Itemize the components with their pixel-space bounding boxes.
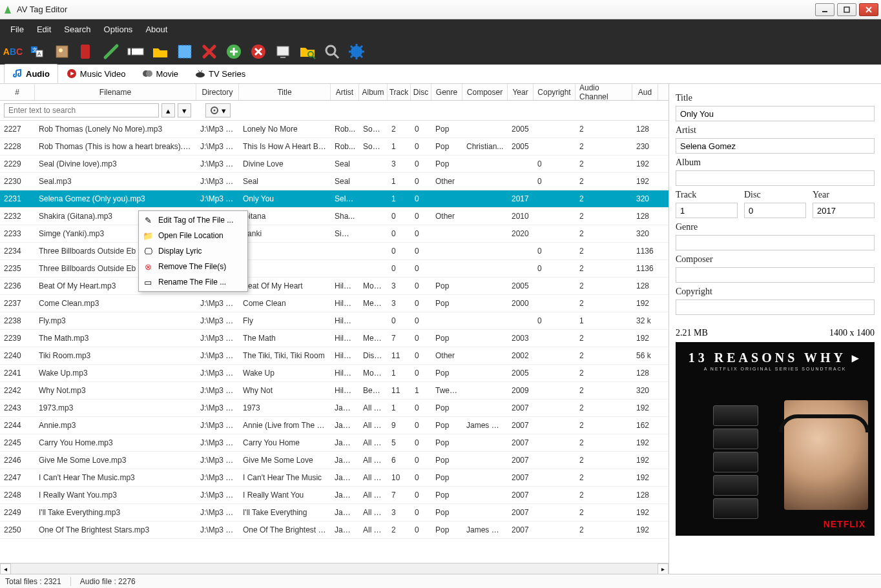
- table-row[interactable]: 2229Seal (Divine love).mp3J:\Mp3 M...Div…: [0, 156, 669, 173]
- table-row[interactable]: 2240Tiki Room.mp3J:\Mp3 M...The Tiki, Ti…: [0, 347, 669, 365]
- field-track[interactable]: [676, 203, 738, 218]
- field-artist[interactable]: [676, 138, 875, 154]
- ctx-edit-tag[interactable]: ✎Edit Tag of The File ...: [139, 212, 247, 228]
- ctx-rename-file[interactable]: ▭Rename The File ...: [139, 274, 247, 290]
- col-title[interactable]: Title: [239, 84, 331, 100]
- filter-up-button[interactable]: ▴: [161, 103, 175, 117]
- scroll-left-button[interactable]: ◂: [0, 563, 11, 574]
- select-icon[interactable]: [176, 43, 194, 61]
- table-row[interactable]: 2232Shakira (Gitana).mp3GitanaSha...00Ot…: [0, 208, 669, 225]
- col-aud[interactable]: Aud: [632, 84, 658, 100]
- menu-search[interactable]: Search: [57, 22, 97, 37]
- maximize-button[interactable]: [837, 3, 856, 16]
- table-row[interactable]: 2234Three Billboards Outside Eb00021136: [0, 243, 669, 260]
- search-icon[interactable]: [323, 43, 341, 61]
- ctx-open-location[interactable]: 📁Open File Location: [139, 228, 247, 243]
- table-row[interactable]: 2239The Math.mp3J:\Mp3 M...The MathHilar…: [0, 330, 669, 347]
- col-filename[interactable]: Filename: [35, 84, 196, 100]
- rows-container[interactable]: 2227Rob Thomas (Lonely No More).mp3J:\Mp…: [0, 121, 669, 563]
- table-row[interactable]: 2250One Of The Brightest Stars.mp3J:\Mp3…: [0, 522, 669, 539]
- cell: All Th...: [359, 421, 388, 430]
- book-icon[interactable]: [78, 43, 96, 61]
- picture-icon[interactable]: [53, 43, 71, 61]
- ctx-display-lyric[interactable]: 🖵Display Lyric: [139, 243, 247, 259]
- cell: Jam...: [331, 403, 359, 412]
- menu-edit[interactable]: Edit: [30, 22, 57, 37]
- field-year[interactable]: [813, 203, 875, 218]
- table-row[interactable]: 2231Selena Gomez (Only you).mp3J:\Mp3 M.…: [0, 190, 669, 208]
- menu-options[interactable]: Options: [98, 22, 140, 37]
- field-title[interactable]: [676, 106, 875, 121]
- table-row[interactable]: 2238Fly.mp3J:\Mp3 M...FlyHilar...000132 …: [0, 312, 669, 330]
- table-row[interactable]: 2233Simge (Yanki).mp3YankiSimge002020232…: [0, 225, 669, 243]
- search-input[interactable]: [4, 103, 159, 117]
- col-album[interactable]: Album: [359, 84, 388, 100]
- menubar: File Edit Search Options About: [0, 19, 881, 39]
- tab-tvseries[interactable]: TV Series: [187, 64, 254, 83]
- table-row[interactable]: 2249I'll Take Everything.mp3J:\Mp3 M...I…: [0, 504, 669, 522]
- table-row[interactable]: 22431973.mp3J:\Mp3 M...1973Jam...All Th.…: [0, 400, 669, 417]
- cell: Seal: [239, 177, 331, 186]
- field-composer[interactable]: [676, 267, 875, 283]
- cell: 192: [632, 159, 658, 168]
- close-button[interactable]: [859, 3, 878, 16]
- table-row[interactable]: 2248I Really Want You.mp3J:\Mp3 M...I Re…: [0, 487, 669, 504]
- minimize-button[interactable]: [815, 3, 834, 16]
- gear-icon[interactable]: [347, 43, 366, 61]
- field-disc[interactable]: [744, 203, 806, 218]
- table-row[interactable]: 2230Seal.mp3J:\Mp3 M...SealSeal10Other02…: [0, 173, 669, 190]
- col-track[interactable]: Track: [388, 84, 411, 100]
- menu-about[interactable]: About: [139, 22, 174, 37]
- cell: 0: [388, 247, 411, 256]
- field-genre[interactable]: [676, 235, 875, 250]
- table-row[interactable]: 2235Three Billboards Outside Eb00021136: [0, 260, 669, 278]
- cell: J:\Mp3 M...: [196, 508, 239, 517]
- table-row[interactable]: 2237Come Clean.mp3J:\Mp3 M...Come CleanH…: [0, 295, 669, 312]
- col-year[interactable]: Year: [508, 84, 534, 100]
- album-art[interactable]: 13 REASONS WHY ▸ A NETFLIX ORIGINAL SERI…: [676, 342, 875, 536]
- field-album[interactable]: [676, 170, 875, 186]
- table-row[interactable]: 2228Rob Thomas (This is how a heart brea…: [0, 138, 669, 156]
- table-row[interactable]: 2241Wake Up.mp3J:\Mp3 M...Wake UpHilar..…: [0, 365, 669, 382]
- table-row[interactable]: 2245Carry You Home.mp3J:\Mp3 M...Carry Y…: [0, 434, 669, 452]
- translate-icon[interactable]: 文A: [28, 43, 47, 61]
- filter-gear-button[interactable]: ▾: [205, 103, 231, 117]
- col-disc[interactable]: Disc: [411, 84, 431, 100]
- ctx-remove-file[interactable]: ⊗Remove The File(s): [139, 259, 247, 274]
- cell: 128: [632, 281, 658, 290]
- col-artist[interactable]: Artist: [331, 84, 359, 100]
- folder-search-icon[interactable]: [298, 43, 316, 61]
- horizontal-scrollbar[interactable]: ◂ ▸: [0, 563, 669, 574]
- pencil-icon[interactable]: [102, 43, 120, 61]
- col-composer[interactable]: Composer: [462, 84, 508, 100]
- col-copyright[interactable]: Copyright: [534, 84, 575, 100]
- tab-movie[interactable]: Movie: [134, 64, 187, 83]
- add-icon[interactable]: [225, 43, 243, 61]
- col-num[interactable]: #: [0, 84, 35, 100]
- table-row[interactable]: 2242Why Not.mp3J:\Mp3 M...Why NotHilar..…: [0, 382, 669, 400]
- col-directory[interactable]: Directory: [196, 84, 239, 100]
- rename-icon[interactable]: [127, 43, 145, 61]
- abc-icon[interactable]: ABC: [4, 43, 22, 61]
- delete-icon[interactable]: [200, 43, 218, 61]
- screen-icon[interactable]: [274, 43, 292, 61]
- field-copyright[interactable]: [676, 299, 875, 315]
- table-row[interactable]: 2227Rob Thomas (Lonely No More).mp3J:\Mp…: [0, 121, 669, 138]
- col-audiochannel[interactable]: Audio Channel: [575, 84, 632, 100]
- tab-movie-label: Movie: [156, 69, 178, 79]
- filter-down-button[interactable]: ▾: [178, 103, 191, 117]
- table-row[interactable]: 2247I Can't Hear The Music.mp3J:\Mp3 M..…: [0, 469, 669, 487]
- scroll-track[interactable]: [11, 563, 658, 574]
- table-row[interactable]: 2236Beat Of My Heart.mp3J:\Mp3 M...Beat …: [0, 278, 669, 295]
- tab-audio[interactable]: Audio: [4, 64, 58, 83]
- col-genre[interactable]: Genre: [431, 84, 462, 100]
- tab-musicvideo[interactable]: Music Video: [58, 64, 134, 83]
- table-row[interactable]: 2246Give Me Some Love.mp3J:\Mp3 M...Give…: [0, 452, 669, 469]
- remove-icon[interactable]: [249, 43, 267, 61]
- scroll-right-button[interactable]: ▸: [658, 563, 669, 574]
- menu-file[interactable]: File: [4, 22, 30, 37]
- folder-icon[interactable]: [151, 43, 169, 61]
- table-row[interactable]: 2244Annie.mp3J:\Mp3 M...Annie (Live from…: [0, 417, 669, 434]
- cell: Pop: [431, 159, 462, 168]
- cell: 2: [575, 281, 632, 290]
